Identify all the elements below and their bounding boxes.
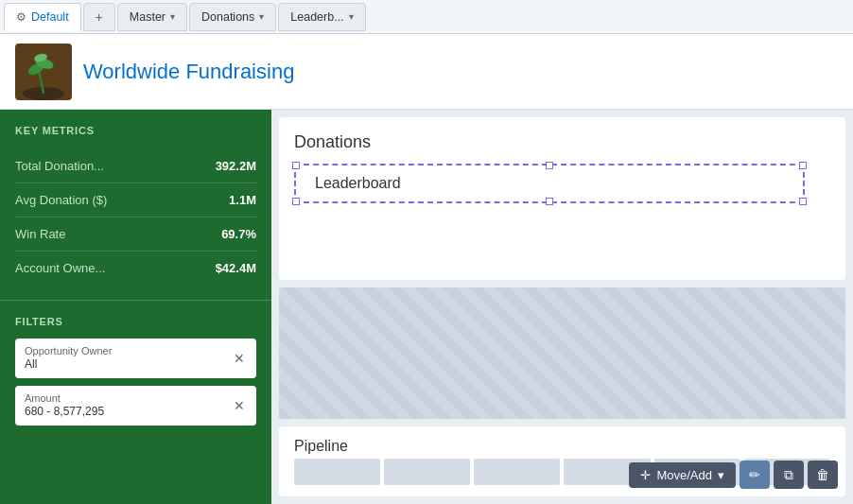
widget-handle-bm[interactable] [546,198,553,205]
pipeline-cell [474,459,560,485]
leaderboard-widget[interactable]: Leaderboard [294,164,805,203]
tab-default[interactable]: ⚙ Default [4,3,81,31]
pipeline-title: Pipeline [294,438,830,455]
delete-button[interactable]: 🗑 [808,461,838,489]
tab-donations-label: Donations [201,10,254,24]
chevron-down-icon-2: ▾ [259,11,264,22]
key-metrics-title: KEY METRICS [15,125,256,136]
donations-title: Donations [294,132,830,152]
app-header: Worldwide Fundraising [0,34,853,110]
metric-value-1: 1.1M [229,193,256,207]
right-content: Donations Leaderboard Pipeline [271,110,853,504]
widget-handle-tl[interactable] [292,162,300,169]
metric-label-3: Account Owne... [15,261,105,275]
page-title: Worldwide Fundraising [83,60,294,84]
filter-opportunity-owner-label: Opportunity Owner [25,344,112,357]
tab-add[interactable]: + [83,3,115,31]
metric-row: Total Donation... 392.2M [15,149,256,183]
chevron-down-icon: ▾ [170,11,175,22]
metric-value-2: 69.7% [221,227,256,241]
edit-button[interactable]: ✏ [740,461,770,489]
app-logo [15,43,72,100]
edit-icon: ✏ [749,467,760,482]
filter-chip-amount[interactable]: Amount 680 - 8,577,295 ✕ [15,386,256,426]
copy-button[interactable]: ⧉ [774,461,804,489]
widget-handle-tr[interactable] [799,162,807,169]
filters-title: FILTERS [15,316,256,327]
sidebar: KEY METRICS Total Donation... 392.2M Avg… [0,110,271,504]
filter-amount-value: 680 - 8,577,295 [25,405,104,420]
donations-area: Donations Leaderboard [279,117,845,280]
move-add-cross-icon: ✛ [640,468,651,482]
metric-label-2: Win Rate [15,227,65,241]
chevron-down-icon-3: ▾ [349,11,354,22]
delete-icon: 🗑 [816,467,829,482]
bottom-toolbar: ✛ Move/Add ▾ ✏ ⧉ 🗑 [629,461,838,489]
pipeline-cell [384,459,470,485]
move-add-chevron-icon: ▾ [718,468,724,482]
metric-value-3: $42.4M [216,261,256,275]
tab-leaderboard-label: Leaderb... [290,10,343,24]
metric-label-1: Avg Donation ($) [15,193,107,207]
metric-row: Win Rate 69.7% [15,217,256,252]
metric-row: Avg Donation ($) 1.1M [15,183,256,217]
filter-opportunity-owner-value: All [25,357,112,373]
widget-handle-tm[interactable] [546,162,553,169]
key-metrics-section: KEY METRICS Total Donation... 392.2M Avg… [0,110,271,292]
metric-value-0: 392.2M [216,159,256,173]
tab-donations[interactable]: Donations ▾ [189,3,276,31]
move-add-label: Move/Add [656,468,712,482]
filter-close-icon[interactable]: ✕ [232,351,247,366]
tab-master[interactable]: Master ▾ [117,3,187,31]
metric-row: Account Owne... $42.4M [15,252,256,285]
copy-icon: ⧉ [784,467,793,483]
filter-chip-opportunity-owner[interactable]: Opportunity Owner All ✕ [15,339,256,378]
pipeline-cell [294,459,380,485]
filler-area [279,287,845,420]
tab-default-label: Default [31,10,69,24]
filter-amount-label: Amount [25,391,104,405]
tab-leaderboard[interactable]: Leaderb... ▾ [278,3,365,31]
gear-icon: ⚙ [16,10,26,24]
leaderboard-label: Leaderboard [311,175,401,192]
plus-icon: + [96,9,103,25]
metric-label-0: Total Donation... [15,159,104,173]
filter-close-icon-2[interactable]: ✕ [232,398,247,413]
tab-master-label: Master [130,10,165,24]
tab-bar: ⚙ Default + Master ▾ Donations ▾ Leaderb… [0,0,853,34]
filters-section: FILTERS Opportunity Owner All ✕ Amount 6… [0,300,271,441]
move-add-button[interactable]: ✛ Move/Add ▾ [629,462,736,488]
body-area: KEY METRICS Total Donation... 392.2M Avg… [0,110,853,504]
widget-handle-br[interactable] [799,198,807,205]
widget-handle-bl[interactable] [292,198,300,205]
